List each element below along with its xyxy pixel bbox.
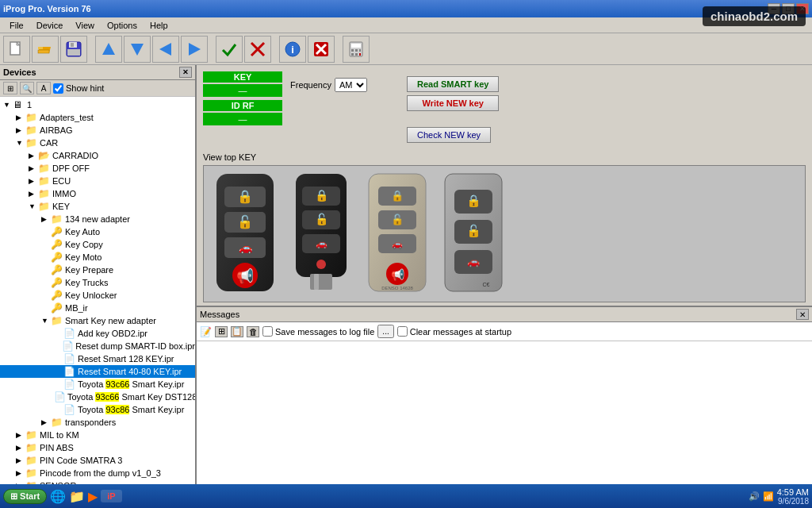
panel-close-btn[interactable]: ✕: [179, 67, 192, 78]
tree-item-dpfoff[interactable]: ▶ 📁 DPF OFF: [0, 162, 195, 175]
save-log-browse-btn[interactable]: ...: [377, 325, 393, 338]
svg-text:🔓: 🔓: [466, 224, 481, 238]
toolbar-btn-left[interactable]: [152, 36, 179, 63]
messages-close-btn[interactable]: ✕: [796, 309, 809, 320]
svg-text:🔒: 🔒: [237, 189, 253, 204]
tree-item-car[interactable]: ▼ 📁 CAR: [0, 137, 195, 149]
menu-help[interactable]: Help: [144, 19, 174, 32]
devices-nav-btn-3[interactable]: A: [36, 82, 51, 94]
tree-item-resetdump[interactable]: 📄 Reset dump SMART-ID box.ipr: [0, 340, 195, 352]
save-log-checkbox[interactable]: [262, 326, 273, 337]
devices-nav-btn-2[interactable]: 🔍: [20, 82, 34, 94]
tree-item-mbir[interactable]: 🔑 MB_ir: [0, 302, 195, 314]
titlebar-title: iProg Pro. Version 76: [3, 4, 91, 13]
iprog-taskbar-btn[interactable]: iP: [101, 490, 121, 502]
messages-toolbar: 📝 ⊞ 📋 🗑 Save messages to log file ... Cl…: [197, 322, 812, 341]
tree-item-keytrucks[interactable]: 🔑 Key Trucks: [0, 276, 195, 289]
tree-item-toyota1[interactable]: 📄 Toyota 93c66 Smart Key.ipr: [0, 378, 195, 391]
toolbar-btn-1[interactable]: [3, 36, 30, 63]
svg-text:🚗: 🚗: [239, 241, 253, 255]
tree-item-toyota2[interactable]: 📄 Toyota 93c66 Smart Key DST128.ipr: [0, 391, 195, 403]
tree-item-key[interactable]: ▼ 📁 KEY: [0, 200, 195, 213]
show-hint-label: Show hint: [66, 83, 104, 93]
toolbar-btn-3[interactable]: [60, 36, 87, 63]
network-icon[interactable]: 📶: [763, 491, 774, 502]
tree-label: IMMO: [52, 189, 76, 198]
toolbar-btn-calc[interactable]: [343, 36, 370, 63]
menu-file[interactable]: File: [3, 19, 30, 32]
tree-item-smartkey[interactable]: ▼ 📁 Smart Key new adapter: [0, 314, 195, 327]
tree-item-immo[interactable]: ▶ 📁 IMMO: [0, 187, 195, 200]
key-icon: 🔑: [51, 226, 63, 237]
key-images-container: 🔒 🔓 🚗 📢: [203, 165, 806, 302]
volume-icon[interactable]: 🔊: [749, 491, 760, 502]
tree-item-reset128[interactable]: 📄 Reset Smart 128 KEY.ipr: [0, 352, 195, 365]
start-button[interactable]: ⊞ Start: [3, 489, 47, 504]
tree-label: KEY: [52, 202, 70, 211]
tree-item-pinabs[interactable]: ▶ 📁 PIN ABS: [0, 441, 195, 454]
media-taskbar-icon[interactable]: ▶: [88, 489, 98, 504]
menu-options[interactable]: Options: [101, 19, 144, 32]
write-new-key-button[interactable]: Write NEW key: [407, 95, 499, 111]
devices-nav-btn-1[interactable]: ⊞: [3, 82, 17, 94]
toolbar-btn-cross[interactable]: [244, 36, 271, 63]
toolbar-btn-stop[interactable]: [308, 36, 335, 63]
tree-item-airbag[interactable]: ▶ 📁 AIRBAG: [0, 124, 195, 137]
toolbar-btn-info[interactable]: i: [279, 36, 306, 63]
tree-item-keycopy[interactable]: 🔑 Key Copy: [0, 238, 195, 251]
svg-text:🔒: 🔒: [315, 189, 329, 202]
tree-item-keyunlocker[interactable]: 🔑 Key Unlocker: [0, 289, 195, 302]
taskbar: ⊞ Start 🌐 📁 ▶ iP 🔊 📶 4:59 AM 9/6/2018: [0, 484, 812, 508]
tree-arrow: ▶: [16, 126, 25, 134]
svg-rect-26: [359, 53, 361, 56]
messages-content: [197, 341, 812, 492]
toolbar-btn-right[interactable]: [181, 36, 208, 63]
tree-item-transponders[interactable]: ▶ 📁 transponders: [0, 416, 195, 429]
tree-panel: ▼ 🖥 1 ▶ 📁 Adapters_test ▶ 📁 AIRBAG ▼ 📁 C…: [0, 97, 195, 492]
folder-taskbar-icon[interactable]: 📁: [69, 489, 85, 504]
frequency-select[interactable]: AM FM: [335, 78, 367, 92]
tree-item-adapters[interactable]: ▶ 📁 Adapters_test: [0, 111, 195, 124]
tree-item-134[interactable]: ▶ 📁 134 new adapter: [0, 213, 195, 225]
tree-item-keyauto[interactable]: 🔑 Key Auto: [0, 225, 195, 238]
tree-item-keyprepare[interactable]: 🔑 Key Prepare: [0, 264, 195, 276]
watermark: chinaobd2.com: [703, 6, 806, 26]
tree-item-pincode[interactable]: ▶ 📁 Pincode from the dump v1_0_3: [0, 467, 195, 479]
key-value: —: [203, 84, 282, 97]
tree-item-root[interactable]: ▼ 🖥 1: [0, 98, 195, 111]
clear-startup-checkbox[interactable]: [397, 326, 408, 337]
tree-item-pinsmatra[interactable]: ▶ 📁 PIN Code SMATRA 3: [0, 454, 195, 467]
tree-arrow: ▼: [29, 202, 38, 210]
key-controls-area: KEY — ID RF — Frequency AM FM: [197, 65, 812, 149]
tree-item-addkey[interactable]: 📄 Add key OBD2.ipr: [0, 327, 195, 340]
tree-item-toyota3[interactable]: 📄 Toyota 93c86 Smart Key.ipr: [0, 403, 195, 416]
key-image-label: View top KEY: [203, 152, 806, 162]
tree-item-reset4080[interactable]: 📄 Reset Smart 40-80 KEY.ipr: [0, 365, 195, 378]
menu-view[interactable]: View: [69, 19, 101, 32]
folder-icon: 📁: [25, 429, 38, 441]
toolbar-btn-2[interactable]: [32, 36, 59, 63]
tree-item-miltokm[interactable]: ▶ 📁 MIL to KM: [0, 429, 195, 441]
show-hint-checkbox[interactable]: [53, 83, 63, 94]
messages-btn-3[interactable]: 🗑: [247, 326, 259, 337]
messages-btn-2[interactable]: 📋: [231, 326, 243, 337]
toolbar-btn-check[interactable]: [216, 36, 243, 63]
folder-icon: 📁: [25, 137, 38, 148]
svg-text:🚗: 🚗: [316, 237, 327, 249]
tree-item-ecu[interactable]: ▶ 📁 ECU: [0, 175, 195, 187]
toolbar-btn-down[interactable]: [124, 36, 151, 63]
read-smart-key-button[interactable]: Read SMART key: [407, 76, 499, 92]
idrf-value: —: [203, 113, 282, 125]
check-new-key-button[interactable]: Check NEW key: [407, 127, 491, 143]
menu-device[interactable]: Device: [30, 19, 70, 32]
tree-item-carradio[interactable]: ▶ 📂 CARRADIO: [0, 149, 195, 162]
tree-label: Adapters_test: [40, 113, 94, 122]
ie-icon[interactable]: 🌐: [50, 489, 66, 504]
folder-icon: 📁: [38, 188, 51, 199]
tree-item-keymoto[interactable]: 🔑 Key Moto: [0, 251, 195, 264]
messages-btn-1[interactable]: ⊞: [215, 326, 228, 337]
tree-label: MB_ir: [65, 303, 88, 313]
svg-text:🔓: 🔓: [237, 214, 253, 229]
toolbar-btn-up[interactable]: [95, 36, 122, 63]
right-panel: KEY — ID RF — Frequency AM FM: [197, 65, 812, 492]
